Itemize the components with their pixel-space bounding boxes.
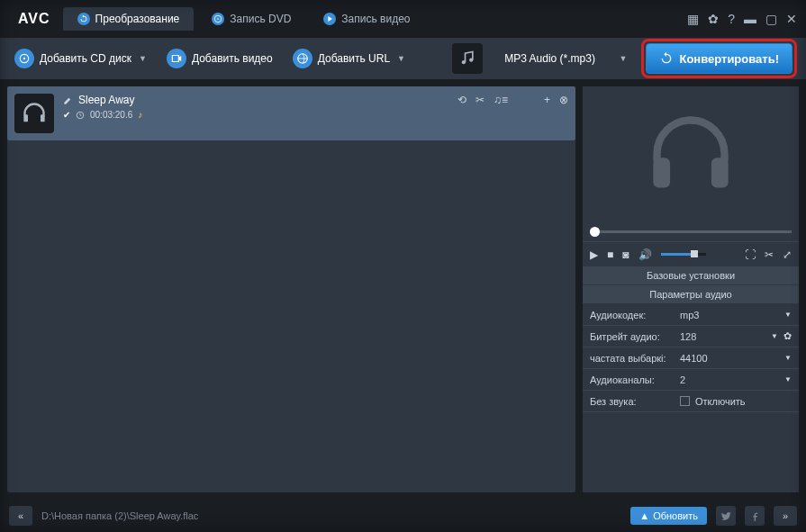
- tab-label: Запись видео: [341, 13, 410, 25]
- svg-rect-7: [23, 114, 28, 122]
- add-cd-button[interactable]: Добавить CD диск ▼: [9, 45, 152, 72]
- svg-point-6: [469, 59, 473, 62]
- chevron-down-icon: ▼: [784, 311, 792, 319]
- note-icon: ♪: [138, 110, 142, 120]
- param-samplerate[interactable]: частата выбаркі: 44100 ▼: [583, 347, 799, 369]
- add-icon[interactable]: +: [544, 94, 550, 106]
- seek-slider[interactable]: [583, 221, 799, 241]
- svg-point-1: [217, 18, 219, 20]
- globe-plus-icon: [293, 49, 312, 68]
- cut-icon[interactable]: ✂: [765, 248, 774, 261]
- base-settings-header: Базовые установки: [583, 266, 799, 285]
- tab-convert[interactable]: Преобразование: [63, 7, 195, 31]
- mute-checkbox[interactable]: [680, 396, 690, 406]
- collapse-left-button[interactable]: «: [9, 506, 32, 526]
- arrow-up-icon: ▲: [639, 510, 649, 521]
- remove-icon[interactable]: ⊗: [559, 94, 568, 106]
- disc-plus-icon: [14, 49, 34, 68]
- chevron-down-icon[interactable]: ▼: [620, 54, 628, 63]
- player-controls: ▶ ■ ◙ 🔊 ⛶ ✂ ⤢: [583, 241, 799, 266]
- close-icon[interactable]: ✕: [786, 12, 797, 26]
- play-icon: [323, 13, 336, 25]
- facebook-button[interactable]: [745, 506, 765, 526]
- help-icon[interactable]: ?: [728, 12, 735, 26]
- audio-settings-header: Параметры аудио: [583, 285, 799, 304]
- music-note-icon[interactable]: [452, 43, 483, 74]
- output-path[interactable]: D:\Новая папка (2)\Sleep Away.flac: [41, 510, 621, 521]
- collapse-right-button[interactable]: »: [774, 506, 797, 526]
- add-video-button[interactable]: Добавить видео: [161, 45, 278, 72]
- gear-icon[interactable]: ✿: [783, 330, 792, 342]
- headphones-icon: [14, 94, 54, 133]
- preview-area: [583, 86, 799, 221]
- minimize-icon[interactable]: ▬: [744, 12, 756, 26]
- statusbar: « D:\Новая папка (2)\Sleep Away.flac ▲ О…: [0, 500, 806, 532]
- volume-icon[interactable]: 🔊: [638, 248, 652, 261]
- btn-label: Добавить видео: [192, 52, 273, 65]
- format-area: MP3 Audio (*.mp3) ▼ Конвертировать!: [452, 39, 797, 78]
- twitter-button[interactable]: [716, 506, 736, 526]
- param-bitrate[interactable]: Битрейт аудио: 128 ▼ ✿: [583, 326, 799, 347]
- play-button[interactable]: ▶: [590, 248, 598, 261]
- chevron-down-icon: ▼: [397, 54, 405, 63]
- chevron-down-icon: ▼: [784, 375, 792, 383]
- cut-icon[interactable]: ✂: [475, 94, 485, 106]
- clock-icon: [76, 111, 85, 120]
- refresh-icon: [659, 51, 674, 66]
- tab-label: Преобразование: [95, 13, 180, 25]
- settings-icon[interactable]: ✿: [708, 12, 719, 26]
- video-plus-icon: [167, 49, 186, 68]
- file-list-panel: Sleep Away ⟲ ✂ ♫≡ + ⊗ ✔ 00:03:: [7, 86, 575, 492]
- param-codec[interactable]: Аудиокодек: mp3 ▼: [583, 304, 799, 326]
- app-window: AVC Преобразование Запись DVD Запись вид…: [0, 0, 806, 532]
- volume-slider[interactable]: [661, 253, 706, 256]
- stop-button[interactable]: ■: [607, 248, 613, 261]
- disc-icon: [212, 13, 224, 25]
- tab-record[interactable]: Запись видео: [309, 7, 424, 31]
- convert-button[interactable]: Конвертировать!: [646, 43, 792, 74]
- app-logo: AVC: [9, 11, 59, 27]
- headphones-large-icon: [637, 109, 745, 199]
- svg-point-3: [23, 58, 25, 59]
- btn-label: Добавить CD диск: [40, 52, 131, 65]
- duration: 00:03:20.6: [90, 110, 132, 120]
- expand-icon[interactable]: ⤢: [783, 248, 792, 261]
- svg-rect-10: [653, 158, 670, 187]
- file-info: Sleep Away ⟲ ✂ ♫≡ + ⊗ ✔ 00:03:: [63, 94, 568, 120]
- fullscreen-icon[interactable]: ⛶: [745, 248, 756, 261]
- music-list-icon[interactable]: ♫≡: [494, 94, 508, 106]
- param-mute[interactable]: Без звука: Отключить: [583, 391, 799, 412]
- add-url-button[interactable]: Добавить URL ▼: [287, 45, 411, 72]
- check-icon[interactable]: ✔: [63, 110, 70, 120]
- file-name: Sleep Away: [78, 94, 135, 106]
- svg-rect-8: [41, 114, 45, 122]
- svg-rect-11: [711, 158, 729, 187]
- window-controls: ▦ ✿ ? ▬ ▢ ✕: [687, 12, 797, 26]
- menu-icon[interactable]: ▦: [687, 12, 699, 26]
- tab-dvd[interactable]: Запись DVD: [197, 7, 305, 31]
- pencil-icon[interactable]: [63, 95, 73, 105]
- btn-label: Конвертировать!: [679, 52, 779, 66]
- main-area: Sleep Away ⟲ ✂ ♫≡ + ⊗ ✔ 00:03:: [0, 79, 806, 500]
- maximize-icon[interactable]: ▢: [765, 12, 777, 26]
- svg-point-5: [461, 60, 465, 64]
- tab-label: Запись DVD: [230, 13, 291, 25]
- snapshot-button[interactable]: ◙: [622, 248, 629, 261]
- btn-label: Добавить URL: [318, 52, 390, 65]
- chevron-down-icon: ▼: [784, 354, 792, 362]
- right-panel: ▶ ■ ◙ 🔊 ⛶ ✂ ⤢ Базовые установки Параметр…: [583, 86, 799, 492]
- update-button[interactable]: ▲ Обновить: [630, 507, 707, 525]
- format-select[interactable]: MP3 Audio (*.mp3): [492, 52, 609, 65]
- toolbar: Добавить CD диск ▼ Добавить видео Добави…: [0, 38, 806, 79]
- file-item[interactable]: Sleep Away ⟲ ✂ ♫≡ + ⊗ ✔ 00:03:: [7, 86, 575, 140]
- titlebar: AVC Преобразование Запись DVD Запись вид…: [0, 0, 806, 38]
- refresh-icon[interactable]: ⟲: [457, 94, 466, 106]
- chevron-down-icon: ▼: [771, 332, 778, 340]
- param-channels[interactable]: Аудиоканалы: 2 ▼: [583, 369, 799, 391]
- chevron-down-icon: ▼: [139, 54, 147, 63]
- convert-highlight: Конвертировать!: [641, 39, 797, 78]
- refresh-icon: [77, 13, 90, 25]
